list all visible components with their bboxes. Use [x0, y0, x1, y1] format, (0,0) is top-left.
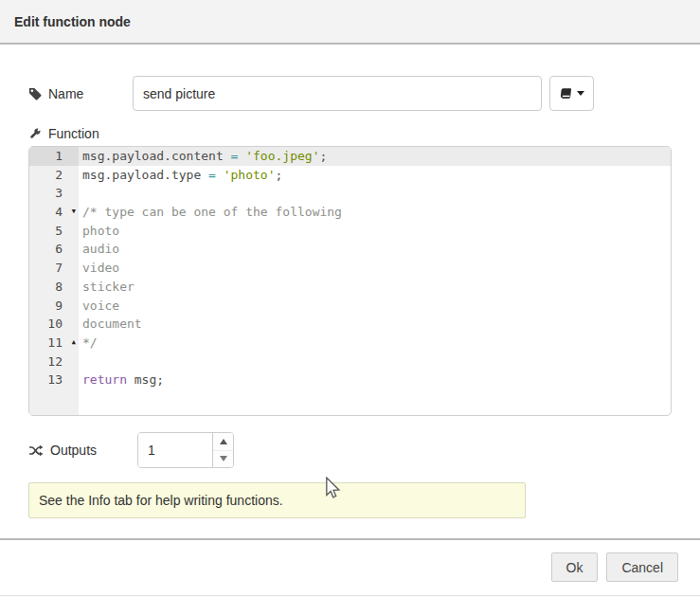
code-line-text[interactable]: return msg; [79, 371, 671, 389]
random-icon [28, 444, 44, 457]
line-number[interactable]: 11▴ [29, 334, 79, 353]
line-number[interactable]: 4▾ [29, 203, 79, 222]
book-icon [560, 87, 572, 100]
code-line-text[interactable]: */ [79, 334, 671, 353]
dialog-title: Edit function node [14, 14, 131, 29]
line-number[interactable]: 3 [29, 184, 79, 203]
ok-button[interactable]: Ok [551, 552, 599, 582]
name-row: Name [28, 76, 672, 111]
line-number[interactable]: 7 [29, 259, 79, 278]
code-line-text[interactable]: audio [79, 240, 671, 259]
chevron-down-icon [577, 91, 584, 96]
code-line[interactable]: 3 [29, 184, 671, 203]
code-line-text[interactable]: photo [79, 222, 671, 241]
code-line[interactable]: 2msg.payload.type = 'photo'; [29, 166, 671, 185]
function-label-row: Function [28, 126, 672, 141]
code-line-text[interactable]: voice [79, 297, 671, 316]
code-line-text[interactable]: msg.payload.type = 'photo'; [79, 166, 671, 185]
code-line[interactable]: 10document [29, 315, 671, 334]
wrench-icon [28, 127, 42, 140]
code-line-text[interactable]: msg.payload.content = 'foo.jpeg'; [79, 147, 671, 166]
dialog-header: Edit function node [0, 0, 700, 45]
code-line-text[interactable]: video [79, 259, 671, 278]
line-number[interactable]: 10 [29, 315, 79, 334]
fold-open-icon[interactable]: ▾ [70, 202, 77, 221]
code-line[interactable]: 4▾/* type can be one of the following [29, 203, 671, 222]
name-label-text: Name [48, 86, 83, 101]
line-number[interactable]: 12 [29, 353, 79, 371]
spinner-buttons [212, 433, 233, 467]
code-line[interactable]: 5photo [29, 222, 671, 241]
code-line-text[interactable]: /* type can be one of the following [79, 203, 671, 222]
name-label: Name [28, 86, 133, 101]
function-label: Function [28, 126, 133, 141]
code-line[interactable]: 1msg.payload.content = 'foo.jpeg'; [29, 147, 671, 166]
code-line[interactable]: 13return msg; [29, 371, 671, 389]
code-line[interactable]: 7video [29, 259, 671, 278]
outputs-spinner [137, 432, 234, 468]
line-number[interactable]: 9 [29, 297, 79, 316]
outputs-row: Outputs [28, 432, 672, 468]
function-label-text: Function [48, 126, 99, 141]
code-line[interactable]: 6audio [29, 240, 671, 259]
code-editor-lines: 1msg.payload.content = 'foo.jpeg';2msg.p… [29, 147, 671, 389]
tag-icon [28, 87, 42, 100]
line-number[interactable]: 5 [29, 222, 79, 241]
line-number[interactable]: 1 [29, 147, 79, 166]
code-line[interactable]: 12 [29, 353, 671, 371]
code-line-text[interactable] [79, 353, 671, 371]
code-line-text[interactable] [79, 184, 671, 203]
code-line[interactable]: 11▴*/ [29, 334, 671, 353]
library-button[interactable] [549, 76, 594, 111]
code-editor[interactable]: 1msg.payload.content = 'foo.jpeg';2msg.p… [28, 146, 672, 416]
arrow-down-icon [220, 456, 227, 461]
spinner-up-button[interactable] [213, 433, 233, 451]
arrow-up-icon [220, 439, 227, 444]
info-tip: See the Info tab for help writing functi… [28, 482, 526, 518]
line-number[interactable]: 13 [29, 371, 79, 389]
line-number[interactable]: 2 [29, 166, 79, 185]
footer: Ok Cancel [0, 540, 700, 582]
name-input[interactable] [133, 76, 542, 111]
code-line[interactable]: 9voice [29, 297, 671, 316]
fold-close-icon[interactable]: ▴ [70, 333, 77, 352]
code-line-text[interactable]: document [79, 315, 671, 334]
cancel-button[interactable]: Cancel [606, 552, 678, 582]
line-number[interactable]: 6 [29, 240, 79, 259]
outputs-input[interactable] [138, 433, 212, 467]
dialog-body: Name Fu [0, 76, 700, 518]
code-line[interactable]: 8sticker [29, 278, 671, 297]
outputs-label: Outputs [28, 443, 133, 458]
info-tip-text: See the Info tab for help writing functi… [39, 493, 283, 508]
outputs-label-text: Outputs [50, 443, 97, 458]
spinner-down-button[interactable] [213, 451, 233, 468]
line-number[interactable]: 8 [29, 278, 79, 297]
code-line-text[interactable]: sticker [79, 278, 671, 297]
